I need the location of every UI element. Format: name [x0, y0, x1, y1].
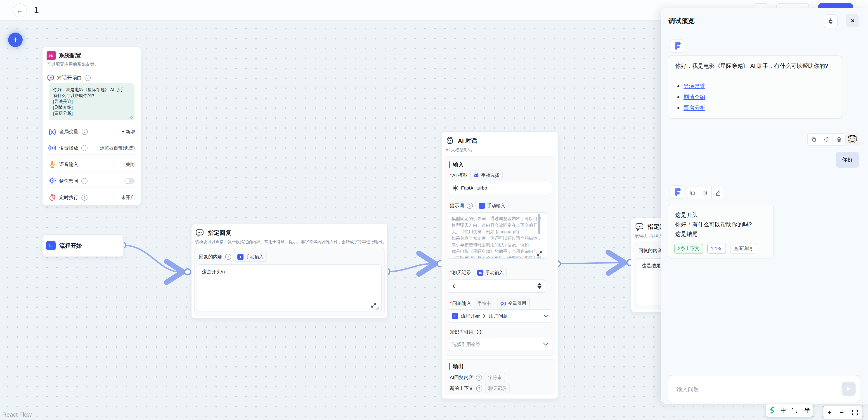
fit-view-icon[interactable] — [852, 409, 858, 416]
resize-handle-icon[interactable] — [376, 306, 379, 310]
help-icon[interactable]: ? — [476, 385, 482, 391]
reply-textarea[interactable]: 这是开头\n — [197, 264, 382, 311]
fastgpt-logo-icon — [673, 187, 682, 197]
ai-message-text: 这是开头 你好！有什么可以帮助你的吗? 这是结尾 — [675, 210, 767, 239]
prompt-textarea[interactable]: 模型固定的引导词，通过调整该内容，可以引导模型聊天方向。该内容会被固定在上下文的… — [448, 212, 548, 259]
fastgpt-logo-icon — [673, 41, 682, 51]
chevron-down-icon — [543, 314, 548, 318]
hi-bubble-icon: Hi — [46, 51, 56, 60]
close-icon: × — [850, 17, 855, 25]
reply-bubble-icon — [195, 228, 204, 237]
stepper-down-icon[interactable] — [537, 286, 541, 289]
send-button[interactable] — [841, 382, 856, 396]
copy-button[interactable] — [686, 187, 699, 199]
user-meme-avatar-image — [846, 132, 859, 145]
ime-width-mode[interactable]: 半 — [804, 407, 810, 414]
read-aloud-button[interactable] — [699, 187, 712, 199]
help-icon[interactable]: ? — [85, 75, 91, 81]
robot-crown-icon — [445, 136, 454, 145]
suggestions-toggle-off[interactable] — [124, 178, 135, 184]
help-icon[interactable]: ? — [82, 129, 88, 135]
question-source: 流程开始 — [461, 313, 480, 319]
add-variable-button[interactable]: + 新增 — [122, 129, 135, 135]
help-icon[interactable]: ? — [82, 194, 88, 201]
divider — [48, 171, 136, 172]
context-count-badge[interactable]: 2条上下文 — [674, 244, 703, 253]
clear-chat-button[interactable] — [824, 14, 838, 28]
ai-message-toolbar — [686, 187, 724, 199]
knowledge-select[interactable]: 选择引用变量 — [448, 338, 552, 351]
config-label: 语音播放 — [59, 145, 78, 151]
node-ai-chat[interactable]: AI 对话 AI 大模型对话 输入 AI 模型 手动选择 FastAI-turb… — [441, 131, 558, 399]
history-number-input[interactable] — [448, 279, 545, 293]
ime-punct-mode[interactable]: °， — [792, 407, 799, 414]
resize-handle-icon[interactable] — [129, 115, 133, 119]
copy-button[interactable] — [808, 134, 820, 145]
variable-ref-tag[interactable]: {x}变量引用 — [497, 299, 530, 308]
opening-label: 对话开场白 — [57, 74, 82, 81]
output-label: 新的上下文 — [450, 385, 473, 391]
ime-logo-icon[interactable] — [769, 407, 775, 414]
view-detail-button[interactable]: 查看详情 — [730, 244, 756, 253]
panel-title: 调试预览 — [668, 17, 694, 26]
help-icon[interactable]: ? — [467, 203, 473, 209]
expand-icon[interactable] — [536, 250, 542, 257]
node-title: 系统配置 — [59, 52, 82, 59]
close-panel-button[interactable]: × — [846, 14, 859, 27]
model-mode-tag[interactable]: 手动选择 — [470, 171, 503, 180]
config-row-tts[interactable]: 语音播放 ? 浏览器自带(免费) — [49, 143, 135, 153]
delete-button[interactable] — [833, 134, 845, 145]
ime-toolbar: 中 °， 半 — [766, 404, 813, 417]
model-value: FastAI-turbo — [461, 185, 487, 191]
zoom-in-button[interactable]: + — [827, 409, 832, 417]
manual-input-tag[interactable]: T手动输入 — [234, 252, 267, 262]
help-icon[interactable]: ? — [476, 374, 482, 381]
type-tag: 字符串 — [474, 299, 494, 308]
reply-content-card: 回复的内容 ? T手动输入 这是开头\n — [194, 248, 384, 316]
quick-question-link[interactable]: 票房分析 — [683, 104, 705, 112]
chat-input[interactable] — [676, 376, 817, 403]
ai-message-meta-row: 2条上下文 1.13s 查看详情 — [674, 244, 756, 253]
chevron-right-icon — [483, 314, 486, 318]
manual-input-tag[interactable]: T手动输入 — [475, 201, 508, 210]
help-icon[interactable]: ? — [82, 178, 88, 184]
textarea-scrollbar[interactable] — [538, 213, 540, 234]
opening-textarea[interactable]: 你好，我是电影《星际穿越》 AI 助手，有什么可以帮助你的? [导演是谁] [剧… — [49, 83, 134, 120]
reply-bubble-icon — [635, 222, 644, 231]
add-node-button[interactable]: + — [8, 33, 23, 47]
gear-icon[interactable] — [476, 329, 482, 335]
send-icon — [845, 385, 852, 392]
edge-handle[interactable] — [185, 269, 191, 275]
quick-question-link[interactable]: 导演是谁 — [683, 83, 705, 90]
retry-button[interactable] — [820, 134, 833, 145]
manual-input-tag[interactable]: n:手动输入 — [474, 268, 507, 277]
node-title: AI 对话 — [458, 137, 477, 145]
history-value-input[interactable] — [453, 279, 528, 293]
quick-question-link[interactable]: 剧情介绍 — [683, 93, 705, 101]
help-icon[interactable]: ? — [82, 145, 88, 151]
variables-icon: {x} — [49, 128, 56, 135]
plus-icon: + — [13, 35, 18, 45]
node-system-config[interactable]: Hi 系统配置 可以配置应用的系统参数。 对话开场白 ? 你好，我是电影《星际穿… — [42, 47, 141, 206]
help-icon[interactable]: ? — [225, 254, 231, 260]
zoom-out-button[interactable]: − — [839, 409, 844, 417]
ime-lang-mode[interactable]: 中 — [780, 407, 786, 414]
edit-button[interactable] — [712, 187, 724, 199]
react-flow-attribution[interactable]: React Flow — [2, 411, 32, 418]
chevron-down-icon — [543, 343, 548, 346]
config-row-schedule[interactable]: 定时执行 ? 未开启 — [49, 192, 135, 203]
node-reply-start[interactable]: 指定回复 该模块可以直接回复一段指定的内容。常用于引导、提示。非字符串内容传入时… — [191, 224, 388, 319]
stepper-up-icon[interactable] — [537, 283, 541, 286]
node-flow-start[interactable]: I.. 流程开始 — [42, 234, 124, 257]
model-select[interactable]: FastAI-turbo — [448, 182, 552, 194]
canvas-zoom-controls: + − — [824, 406, 862, 419]
duration-badge[interactable]: 1.13s — [707, 244, 726, 253]
welcome-link-row: 剧情介绍 — [677, 93, 705, 101]
question-source-select[interactable]: I.. 流程开始 用户问题 — [448, 309, 552, 323]
divider — [48, 187, 136, 188]
question-label: 问题输入 — [450, 300, 471, 306]
pencil-icon — [715, 190, 721, 196]
config-row-voice-input[interactable]: 语音输入 关闭 — [49, 159, 135, 170]
back-button[interactable]: ← — [13, 3, 27, 18]
bullet-icon — [677, 96, 679, 98]
